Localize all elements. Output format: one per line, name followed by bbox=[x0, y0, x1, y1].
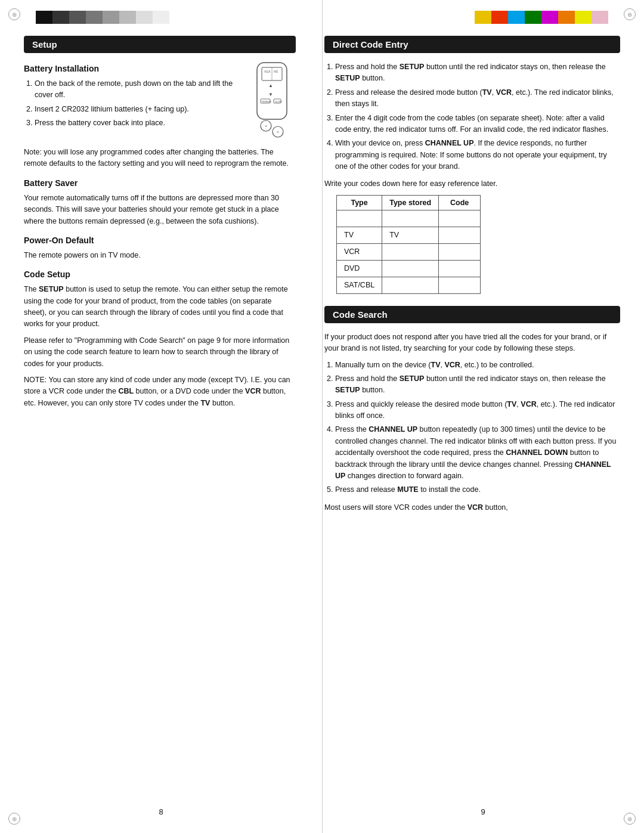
write-codes-note: Write your codes down here for easy refe… bbox=[324, 178, 620, 190]
battery-saver-section: Battery Saver Your remote automatically … bbox=[24, 178, 296, 227]
color-bar-right bbox=[475, 11, 608, 24]
table-cell-dvd-code bbox=[439, 260, 481, 277]
color-bar-left bbox=[36, 11, 169, 24]
table-header-type: Type bbox=[337, 195, 382, 210]
battery-installation-heading: Battery Installation bbox=[24, 64, 245, 73]
table-cell-tv-code bbox=[439, 227, 481, 243]
battery-step-1: On the back of the remote, push down on … bbox=[35, 78, 245, 101]
table-cell-satcbl-stored bbox=[382, 277, 439, 293]
code-search-footer: Most users will store VCR codes under th… bbox=[324, 502, 620, 513]
table-cell-vcr-code bbox=[439, 243, 481, 260]
svg-text:VGA: VGA bbox=[264, 70, 271, 73]
code-setup-section: Code Setup The SETUP button is used to s… bbox=[24, 270, 296, 409]
svg-text:SLOW: SLOW bbox=[275, 100, 282, 103]
direct-code-steps: Press and hold the SETUP button until th… bbox=[335, 61, 620, 172]
battery-step-2: Insert 2 CR2032 lithium batteries (+ fac… bbox=[35, 104, 245, 115]
remote-svg: VGA HD ▲ ▼ REWIND SLOW + + bbox=[251, 61, 293, 139]
reg-mark-tl: ⊕ bbox=[8, 8, 20, 20]
cs-step-5: Press and release MUTE to install the co… bbox=[335, 484, 620, 496]
code-search-steps: Manually turn on the device (TV, VCR, et… bbox=[335, 360, 620, 496]
code-search-section: Code Search If your product does not res… bbox=[324, 306, 620, 513]
cs-step-1: Manually turn on the device (TV, VCR, et… bbox=[335, 360, 620, 371]
dce-step-3: Enter the 4 digit code from the code tab… bbox=[335, 113, 620, 136]
cs-step-3: Press and quickly release the desired mo… bbox=[335, 399, 620, 422]
table-header-type-stored: Type stored bbox=[382, 195, 439, 210]
battery-installation-text: Battery Installation On the back of the … bbox=[24, 61, 245, 141]
table-cell-blank-stored bbox=[382, 210, 439, 227]
reg-mark-tr: ⊕ bbox=[624, 8, 636, 20]
svg-text:▼: ▼ bbox=[268, 92, 273, 97]
svg-text:HD: HD bbox=[274, 70, 278, 73]
power-on-default-text: The remote powers on in TV mode. bbox=[24, 250, 296, 261]
code-reference-table: Type Type stored Code TV TV VCR DVD bbox=[336, 195, 481, 294]
table-cell-blank-code bbox=[439, 210, 481, 227]
battery-note: Note: you will lose any programmed codes… bbox=[24, 147, 296, 170]
table-header-code: Code bbox=[439, 195, 481, 210]
code-search-header: Code Search bbox=[324, 306, 620, 323]
table-header-row: Type Type stored Code bbox=[337, 195, 481, 210]
page-numbers: 8 9 bbox=[0, 807, 644, 816]
table-cell-blank-type bbox=[337, 210, 382, 227]
power-on-default-heading: Power-On Default bbox=[24, 236, 296, 245]
table-row-blank bbox=[337, 210, 481, 227]
code-setup-p2: Please refer to "Programming with Code S… bbox=[24, 335, 296, 370]
power-on-default-section: Power-On Default The remote powers on in… bbox=[24, 236, 296, 261]
code-setup-p1: The SETUP button is used to setup the re… bbox=[24, 284, 296, 330]
table-cell-dvd-stored bbox=[382, 260, 439, 277]
battery-steps-list: On the back of the remote, push down on … bbox=[35, 78, 245, 129]
svg-text:REWIND: REWIND bbox=[262, 100, 271, 103]
code-search-intro: If your product does not respond after y… bbox=[324, 332, 620, 355]
dce-step-2: Press and release the desired mode butto… bbox=[335, 87, 620, 110]
cs-step-4: Press the CHANNEL UP button repeatedly (… bbox=[335, 424, 620, 482]
table-row-tv: TV TV bbox=[337, 227, 481, 243]
table-cell-vcr-type: VCR bbox=[337, 243, 382, 260]
table-row-vcr: VCR bbox=[337, 243, 481, 260]
table-row-dvd: DVD bbox=[337, 260, 481, 277]
left-column: Setup Battery Installation On the back o… bbox=[24, 36, 310, 809]
dce-step-4: With your device on, press CHANNEL UP. I… bbox=[335, 138, 620, 172]
code-setup-heading: Code Setup bbox=[24, 270, 296, 279]
page-content: Setup Battery Installation On the back o… bbox=[24, 36, 620, 809]
page-number-right: 9 bbox=[481, 807, 485, 816]
svg-text:+: + bbox=[277, 130, 279, 134]
code-setup-p3: NOTE: You can store any kind of code und… bbox=[24, 374, 296, 409]
cs-step-2: Press and hold the SETUP button until th… bbox=[335, 373, 620, 397]
svg-text:+: + bbox=[265, 124, 267, 128]
table-cell-satcbl-code bbox=[439, 277, 481, 293]
right-column: Direct Code Entry Press and hold the SET… bbox=[310, 36, 620, 809]
page-number-left: 8 bbox=[159, 807, 163, 816]
table-row-satcbl: SAT/CBL bbox=[337, 277, 481, 293]
battery-saver-heading: Battery Saver bbox=[24, 178, 296, 188]
battery-installation-section: Battery Installation On the back of the … bbox=[24, 61, 296, 141]
svg-text:▲: ▲ bbox=[268, 83, 273, 88]
setup-header: Setup bbox=[24, 36, 296, 53]
table-cell-vcr-stored bbox=[382, 243, 439, 260]
direct-code-entry-header: Direct Code Entry bbox=[324, 36, 620, 53]
table-cell-tv-type: TV bbox=[337, 227, 382, 243]
table-cell-satcbl-type: SAT/CBL bbox=[337, 277, 382, 293]
table-cell-dvd-type: DVD bbox=[337, 260, 382, 277]
dce-step-1: Press and hold the SETUP button until th… bbox=[335, 61, 620, 85]
battery-saver-text: Your remote automatically turns off if t… bbox=[24, 193, 296, 227]
battery-step-3: Press the battery cover back into place. bbox=[35, 117, 245, 129]
remote-illustration: VGA HD ▲ ▼ REWIND SLOW + + bbox=[251, 61, 296, 141]
table-cell-tv-stored: TV bbox=[382, 227, 439, 243]
